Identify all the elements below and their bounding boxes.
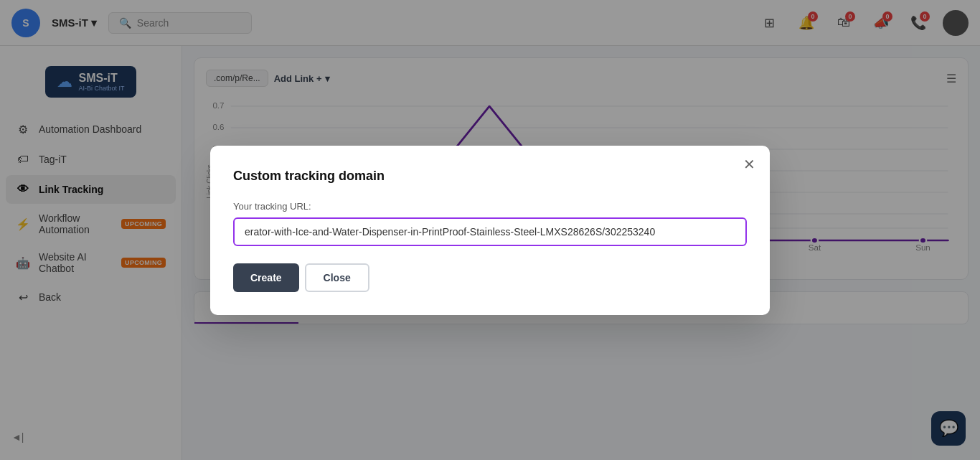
modal-actions: Create Close xyxy=(233,263,747,292)
modal-close-button[interactable]: ✕ xyxy=(743,157,755,172)
custom-tracking-domain-modal: Custom tracking domain ✕ Your tracking U… xyxy=(210,146,770,315)
modal-title: Custom tracking domain xyxy=(233,169,747,184)
close-modal-button[interactable]: Close xyxy=(305,263,369,292)
close-modal-label: Close xyxy=(324,272,351,283)
modal-overlay[interactable]: Custom tracking domain ✕ Your tracking U… xyxy=(0,0,980,460)
tracking-url-input[interactable] xyxy=(233,217,747,246)
modal-url-label: Your tracking URL: xyxy=(233,201,747,212)
create-button[interactable]: Create xyxy=(233,263,299,292)
create-label: Create xyxy=(250,272,282,283)
